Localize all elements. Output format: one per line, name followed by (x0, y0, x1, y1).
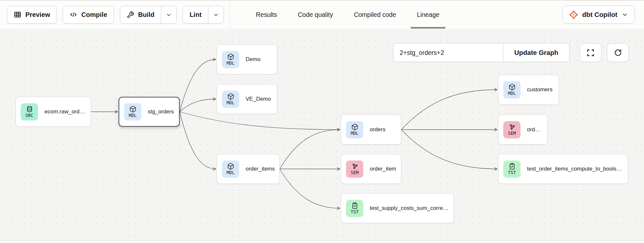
lint-button-label: Lint (189, 11, 201, 19)
code-icon (70, 11, 77, 19)
lineage-node-orders_mdl[interactable]: MDLorders (341, 115, 401, 145)
node-label: orders (527, 126, 547, 133)
lint-split-button: Lint (183, 6, 224, 24)
node-type-label: SEM (508, 131, 516, 135)
edge-orders_mdl-to-customers (401, 90, 497, 130)
build-dropdown-toggle[interactable] (161, 6, 176, 23)
header-right: dbt Copilot (562, 6, 635, 24)
selector-box: 2+stg_orders+2 Update Graph (393, 43, 570, 62)
preview-button-label: Preview (25, 11, 50, 19)
node-type-badge-mdl: MDL (124, 103, 141, 121)
node-label: orders (370, 126, 390, 133)
action-toolbar: Preview Compile (0, 1, 224, 29)
node-type-badge-sem: SEM (346, 160, 363, 178)
lineage-node-order_items[interactable]: MDLorder_items (217, 154, 280, 184)
graph-controls: 2+stg_orders+2 Update Graph (393, 43, 570, 62)
compile-button[interactable]: Compile (63, 6, 114, 24)
lineage-node-test_order_items[interactable]: TSTtest_order_items_compute_to_bools_c..… (498, 154, 628, 184)
node-type-label: MDL (226, 61, 234, 65)
lineage-node-test_supply_costs[interactable]: TSTtest_supply_costs_sum_correctly (341, 193, 454, 223)
node-label: order_items (246, 166, 279, 172)
lineage-node-order_item[interactable]: SEMorder_item (341, 154, 401, 184)
cube-icon (227, 163, 234, 170)
table-icon (14, 11, 21, 19)
cube-icon (509, 83, 516, 91)
lineage-selector-input[interactable]: 2+stg_orders+2 (393, 44, 503, 62)
cube-icon (351, 123, 358, 131)
build-button[interactable]: Build (120, 6, 161, 23)
fullscreen-button[interactable] (580, 43, 601, 62)
cube-icon (227, 93, 234, 100)
tab-compiled-code[interactable]: Compiled code (347, 1, 403, 29)
node-label: VE_Demo (246, 96, 275, 102)
node-label: stg_orders (148, 109, 178, 115)
edge-stg_orders-to-orders_mdl (180, 112, 340, 130)
lineage-node-orders_sem[interactable]: SEMorders (498, 115, 547, 145)
dbt-logo-icon (569, 10, 578, 19)
ide-lineage-view: Preview Compile (0, 0, 644, 243)
refresh-icon (614, 48, 622, 57)
lint-button[interactable]: Lint (183, 6, 208, 23)
lineage-node-stg_orders[interactable]: MDLstg_orders (119, 97, 180, 127)
node-type-badge-mdl: MDL (222, 160, 239, 178)
build-split-button: Build (120, 6, 177, 24)
dbt-copilot-button[interactable]: dbt Copilot (562, 6, 635, 24)
compile-button-label: Compile (81, 11, 107, 19)
node-type-badge-mdl: MDL (222, 51, 239, 68)
node-type-badge-src: SRC (21, 103, 38, 121)
node-type-label: TST (351, 210, 358, 214)
build-button-label: Build (138, 11, 155, 19)
test-icon (509, 163, 516, 170)
refresh-button[interactable] (607, 43, 629, 62)
node-type-badge-tst: TST (346, 200, 363, 217)
edge-stg_orders-to-ve_demo (180, 99, 216, 112)
node-label: Demo (246, 56, 265, 63)
edge-stg_orders-to-demo (180, 59, 216, 112)
edge-order_items-to-test_supply_costs (280, 169, 340, 208)
node-type-badge-mdl: MDL (346, 121, 363, 138)
bottom-strip (0, 240, 644, 243)
wrench-icon (127, 11, 134, 19)
lineage-node-ecom_raw_orders[interactable]: SRCecom.raw_orders (16, 97, 91, 127)
node-type-label: MDL (226, 100, 234, 105)
node-label: customers (527, 86, 557, 93)
tab-results[interactable]: Results (249, 1, 284, 29)
header-bar: Preview Compile (0, 0, 644, 29)
node-type-badge-mdl: MDL (503, 81, 521, 98)
preview-button[interactable]: Preview (7, 6, 57, 24)
edge-orders_mdl-to-test_order_items (401, 130, 497, 169)
result-tabs: ResultsCode qualityCompiled codeLineage (249, 1, 446, 29)
node-type-label: MDL (129, 113, 136, 118)
edge-order_items-to-orders_mdl (280, 130, 340, 169)
node-type-label: MDL (226, 170, 234, 175)
toolbar-tabs-divider (230, 0, 230, 29)
tab-lineage[interactable]: Lineage (410, 1, 446, 29)
dbt-copilot-label: dbt Copilot (582, 11, 617, 19)
node-type-label: MDL (351, 131, 358, 135)
cube-icon (227, 53, 234, 60)
node-type-badge-tst: TST (503, 160, 521, 178)
database-icon (26, 106, 33, 113)
chevron-down-icon (213, 12, 219, 18)
node-type-label: TST (508, 170, 516, 175)
chevron-down-icon (622, 11, 628, 18)
node-label: ecom.raw_orders (45, 109, 91, 115)
lint-dropdown-toggle[interactable] (208, 6, 224, 23)
lineage-node-customers[interactable]: MDLcustomers (498, 75, 559, 105)
node-type-badge-sem: SEM (503, 121, 521, 138)
node-label: test_supply_costs_sum_correctly (370, 205, 454, 211)
lineage-node-demo[interactable]: MDLDemo (217, 45, 277, 74)
node-label: test_order_items_compute_to_bools_c... (527, 166, 628, 172)
node-label: order_item (370, 166, 401, 172)
semantic-model-icon (351, 163, 358, 170)
test-icon (351, 202, 358, 209)
lineage-node-ve_demo[interactable]: MDLVE_Demo (217, 84, 277, 114)
node-type-label: SEM (351, 170, 358, 175)
node-type-label: SRC (25, 113, 33, 118)
update-graph-button[interactable]: Update Graph (503, 44, 569, 62)
chevron-down-icon (166, 12, 172, 18)
node-type-badge-mdl: MDL (222, 91, 239, 108)
node-type-label: MDL (508, 91, 516, 96)
tab-code-quality[interactable]: Code quality (291, 1, 340, 29)
edge-stg_orders-to-order_items (180, 112, 216, 169)
